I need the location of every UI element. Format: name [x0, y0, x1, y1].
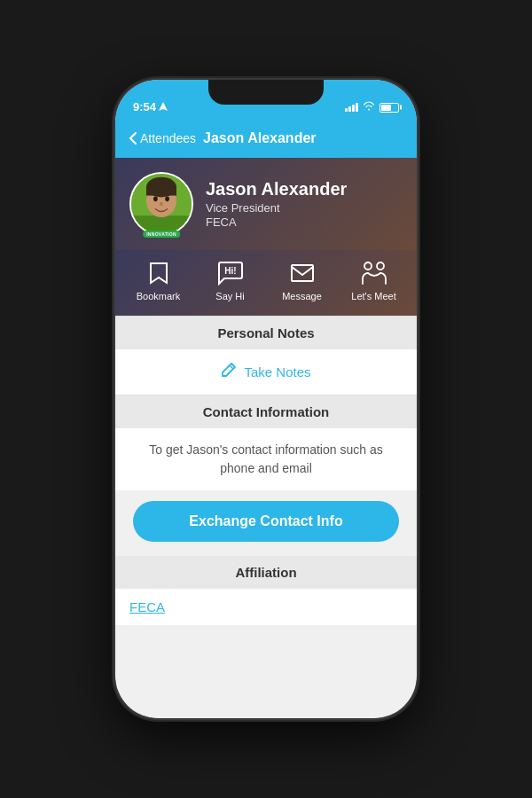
take-notes-button[interactable]: Take Notes	[221, 362, 310, 382]
signal-bar-3	[352, 105, 355, 112]
message-icon	[290, 261, 315, 286]
svg-point-7	[165, 197, 169, 202]
svg-point-8	[160, 202, 163, 207]
svg-text:Hi!: Hi!	[224, 266, 236, 276]
actions-row: Bookmark Hi! Say Hi	[115, 250, 417, 317]
profile-organization: FECA	[206, 215, 403, 229]
affiliation-header: Affiliation	[115, 556, 417, 589]
avatar	[129, 172, 193, 236]
innovation-badge: INNOVATION	[143, 231, 180, 238]
profile-title: Vice President	[206, 201, 403, 215]
avatar-container: INNOVATION	[129, 172, 193, 236]
svg-rect-5	[146, 187, 176, 195]
bookmark-action[interactable]: Bookmark	[122, 261, 194, 301]
lets-meet-action[interactable]: Let's Meet	[338, 261, 410, 301]
phone-frame: 9:54	[115, 80, 417, 718]
lets-meet-label: Let's Meet	[351, 291, 395, 301]
notch	[208, 80, 324, 105]
status-icons	[345, 101, 399, 113]
exchange-contact-button[interactable]: Exchange Contact Info	[133, 501, 399, 542]
personal-notes-header: Personal Notes	[115, 317, 417, 349]
say-hi-icon: Hi!	[217, 261, 244, 286]
signal-bar-4	[356, 103, 358, 112]
battery-icon	[379, 103, 399, 113]
svg-point-11	[364, 262, 372, 270]
nav-bar: Attendees Jason Alexander	[115, 119, 417, 158]
contact-info-header: Contact Information	[115, 395, 417, 428]
avatar-image	[131, 172, 192, 236]
time-display: 9:54	[133, 100, 156, 113]
say-hi-label: Say Hi	[215, 291, 244, 301]
profile-info: Jason Alexander Vice President FECA	[206, 179, 403, 229]
screen: 9:54	[115, 80, 417, 718]
svg-point-6	[153, 197, 158, 202]
lets-meet-icon	[359, 261, 389, 286]
take-notes-row[interactable]: Take Notes	[115, 349, 417, 395]
signal-bar-1	[345, 108, 348, 112]
take-notes-label: Take Notes	[244, 364, 310, 379]
phone-wrapper: 9:54	[0, 0, 532, 798]
nav-title: Jason Alexander	[203, 130, 316, 146]
message-label: Message	[282, 291, 322, 301]
pencil-icon	[221, 362, 237, 382]
back-button[interactable]: Attendees	[129, 131, 196, 145]
signal-bars	[345, 103, 358, 112]
status-time: 9:54	[133, 100, 168, 113]
svg-marker-0	[159, 102, 168, 111]
contact-description: To get Jason's contact information such …	[115, 428, 417, 490]
say-hi-action[interactable]: Hi! Say Hi	[194, 261, 266, 301]
svg-rect-10	[292, 265, 313, 281]
back-label: Attendees	[140, 131, 196, 145]
svg-point-12	[377, 262, 384, 270]
signal-bar-2	[348, 106, 351, 112]
profile-name: Jason Alexander	[206, 179, 403, 200]
profile-header: INNOVATION Jason Alexander Vice Presiden…	[115, 158, 417, 250]
wifi-icon	[363, 101, 375, 113]
message-action[interactable]: Message	[266, 261, 338, 301]
battery-fill	[381, 105, 391, 111]
affiliation-link[interactable]: FECA	[115, 589, 417, 625]
location-icon	[159, 102, 168, 113]
bookmark-icon	[149, 261, 168, 286]
bookmark-label: Bookmark	[137, 291, 181, 301]
